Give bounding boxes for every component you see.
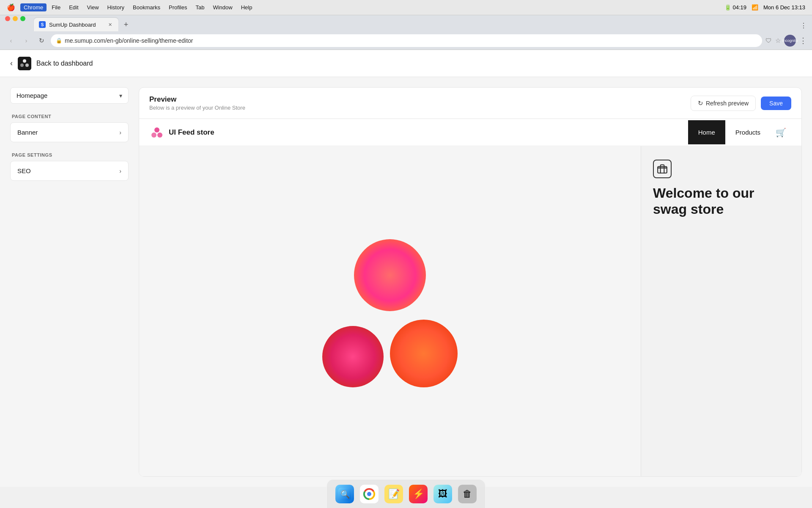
- refresh-label: Refresh preview: [706, 100, 749, 107]
- menu-view[interactable]: View: [84, 3, 102, 11]
- dock-chrome-icon[interactable]: [360, 485, 379, 503]
- clock: Mon 6 Dec 13:13: [763, 4, 805, 11]
- svg-point-5: [151, 133, 156, 138]
- battery-display: 🔋 04:19: [724, 4, 746, 11]
- menu-history[interactable]: History: [104, 3, 128, 11]
- page-settings-title: PAGE SETTINGS: [10, 152, 129, 157]
- main-content: Homepage ▾ PAGE CONTENT Banner › PAGE SE…: [0, 77, 812, 487]
- browser-tab[interactable]: S SumUp Dashboard ✕: [34, 18, 118, 31]
- url-text: me.sumup.com/en-gb/online-selling/theme-…: [65, 37, 193, 44]
- save-button[interactable]: Save: [761, 97, 791, 110]
- menu-edit[interactable]: Edit: [66, 3, 82, 11]
- page-selector-value: Homepage: [16, 92, 47, 99]
- menu-file[interactable]: File: [48, 3, 64, 11]
- tab-close-button[interactable]: ✕: [107, 21, 113, 28]
- back-to-dashboard-link[interactable]: Back to dashboard: [36, 60, 93, 67]
- menu-window[interactable]: Window: [209, 3, 236, 11]
- tab-favicon: S: [39, 21, 46, 28]
- svg-point-11: [367, 492, 371, 496]
- star-icon[interactable]: ☆: [775, 37, 781, 44]
- preview-subtitle: Below is a preview of your Online Store: [149, 105, 245, 111]
- refresh-icon: ↻: [698, 99, 703, 107]
- profile-label: Incognito: [782, 39, 798, 43]
- menu-dots-icon[interactable]: ⋮: [799, 36, 807, 45]
- cart-icon[interactable]: 🛒: [771, 127, 791, 138]
- seo-item[interactable]: SEO ›: [10, 161, 129, 181]
- page-container: ‹ Back to dashboard Homepage ▾ PAGE CONT…: [0, 50, 812, 487]
- seo-label: SEO: [17, 167, 31, 174]
- page-content-title: PAGE CONTENT: [10, 114, 129, 119]
- svg-point-1: [23, 59, 26, 63]
- url-bar[interactable]: 🔒 me.sumup.com/en-gb/online-selling/them…: [51, 34, 762, 47]
- nav-products-link[interactable]: Products: [725, 120, 771, 144]
- wifi-icon: 📶: [752, 4, 758, 11]
- profile-button[interactable]: Incognito: [784, 35, 796, 47]
- store-banner: [139, 146, 641, 476]
- dock-spark-icon[interactable]: ⚡: [409, 485, 428, 503]
- address-bar: ‹ › ↻ 🔒 me.sumup.com/en-gb/online-sellin…: [0, 31, 812, 50]
- banner-circle-bottom-left: [322, 326, 384, 387]
- maximize-window-button[interactable]: [20, 16, 25, 21]
- menu-tab[interactable]: Tab: [192, 3, 208, 11]
- store-preview: UI Feed store Home Products 🛒: [139, 119, 801, 476]
- dock-finder-icon[interactable]: 🔍: [335, 485, 354, 503]
- tab-bar: S SumUp Dashboard ✕ + ⋮: [0, 15, 812, 31]
- banner-chevron-icon: ›: [119, 129, 121, 136]
- sumup-logo: [18, 57, 31, 70]
- dock-notes-icon[interactable]: 📝: [384, 485, 403, 503]
- back-navigation: ‹ Back to dashboard: [0, 50, 812, 77]
- back-button[interactable]: ‹: [5, 35, 17, 47]
- page-settings-section: PAGE SETTINGS SEO ›: [10, 152, 129, 181]
- store-welcome-section: Welcome to our swag store: [641, 146, 801, 476]
- macos-menu-bar: 🍎 Chrome File Edit View History Bookmark…: [0, 0, 812, 15]
- svg-text:🔍: 🔍: [340, 490, 350, 499]
- svg-point-2: [20, 64, 24, 67]
- menu-bookmarks[interactable]: Bookmarks: [129, 3, 164, 11]
- forward-button[interactable]: ›: [20, 35, 32, 47]
- page-selector-dropdown[interactable]: Homepage ▾: [10, 87, 129, 104]
- svg-point-4: [154, 127, 159, 133]
- page-content-section: PAGE CONTENT Banner ›: [10, 114, 129, 142]
- seo-chevron-icon: ›: [119, 168, 121, 174]
- close-window-button[interactable]: [5, 16, 10, 21]
- shield-icon: 🛡: [765, 37, 772, 44]
- tab-title: SumUp Dashboard: [49, 22, 96, 28]
- browser-actions: 🛡 ☆ Incognito ⋮: [765, 35, 807, 47]
- svg-rect-0: [18, 57, 31, 70]
- minimize-window-button[interactable]: [13, 16, 18, 21]
- store-logo-icon: [149, 125, 165, 140]
- preview-title-block: Preview Below is a preview of your Onlin…: [149, 95, 245, 111]
- back-arrow-icon[interactable]: ‹: [10, 59, 13, 68]
- store-nav-links: Home Products 🛒: [688, 120, 791, 144]
- preview-title: Preview: [149, 95, 245, 104]
- banner-circle-bottom-right: [390, 320, 458, 387]
- store-nav: UI Feed store Home Products 🛒: [139, 119, 801, 146]
- banner-circles: [318, 231, 462, 392]
- banner-label: Banner: [17, 129, 38, 136]
- status-right: 🔋 04:19 📶 Mon 6 Dec 13:13: [724, 4, 805, 11]
- dock-trash-icon[interactable]: 🗑: [458, 485, 477, 503]
- menu-chrome[interactable]: Chrome: [20, 3, 47, 11]
- store-body: Welcome to our swag store: [139, 146, 801, 476]
- nav-home-link[interactable]: Home: [688, 120, 725, 144]
- preview-header: Preview Below is a preview of your Onlin…: [139, 88, 801, 119]
- svg-point-3: [25, 64, 29, 67]
- preview-panel: Preview Below is a preview of your Onlin…: [139, 87, 802, 477]
- preview-actions: ↻ Refresh preview Save: [691, 96, 791, 111]
- refresh-preview-button[interactable]: ↻ Refresh preview: [691, 96, 756, 111]
- refresh-button[interactable]: ↻: [36, 35, 47, 47]
- dock-preview-icon[interactable]: 🖼: [433, 485, 452, 503]
- store-logo: UI Feed store: [149, 125, 214, 140]
- menu-profiles[interactable]: Profiles: [165, 3, 190, 11]
- dock: 🔍 📝 ⚡ 🖼 🗑: [326, 479, 486, 508]
- dropdown-arrow-icon: ▾: [119, 92, 122, 99]
- store-name: UI Feed store: [169, 128, 214, 137]
- banner-item[interactable]: Banner ›: [10, 122, 129, 142]
- sidebar: Homepage ▾ PAGE CONTENT Banner › PAGE SE…: [10, 87, 129, 477]
- banner-circle-top: [354, 239, 426, 311]
- menu-help[interactable]: Help: [238, 3, 256, 11]
- lock-icon: 🔒: [56, 38, 62, 44]
- store-icon-box: [653, 160, 672, 178]
- new-tab-button[interactable]: +: [120, 19, 132, 30]
- svg-point-6: [157, 133, 162, 138]
